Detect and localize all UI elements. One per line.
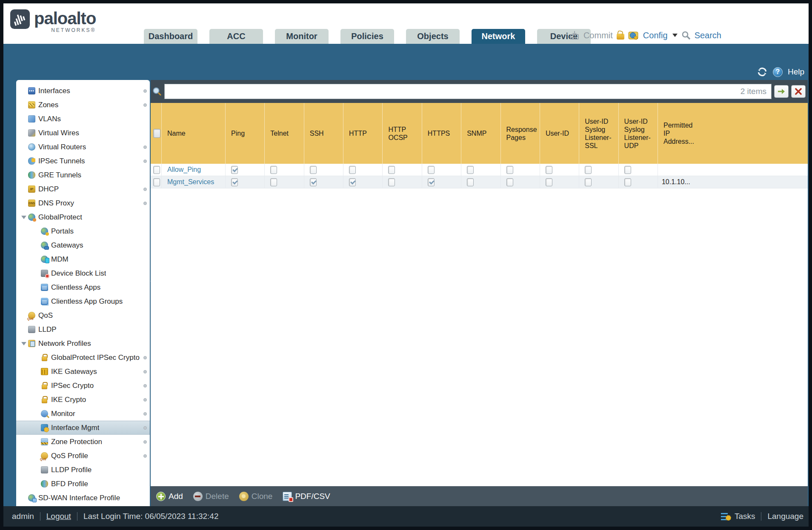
config-button[interactable]: Config bbox=[643, 31, 668, 40]
sidebar-item-ike-crypto[interactable]: IKE Crypto bbox=[16, 393, 150, 407]
commit-button[interactable]: Commit bbox=[583, 31, 613, 40]
sidebar-item-mdm[interactable]: MDM bbox=[16, 252, 150, 266]
sidebar-item-monitor[interactable]: Monitor bbox=[16, 407, 150, 421]
sidebar-item-sd-wan-interface-profile[interactable]: SD-WAN Interface Profile bbox=[16, 491, 150, 505]
column-header-user-id-syslog-listener-udp[interactable]: User-ID Syslog Listener-UDP bbox=[619, 103, 658, 164]
sidebar-item-gateways[interactable]: Gateways bbox=[16, 238, 150, 252]
sidebar-item-interface-mgmt[interactable]: Interface Mgmt bbox=[16, 421, 150, 435]
clear-filter-button[interactable] bbox=[791, 85, 806, 98]
unchecked-checkbox[interactable] bbox=[624, 178, 631, 186]
config-icon[interactable] bbox=[628, 30, 639, 40]
unchecked-checkbox[interactable] bbox=[310, 166, 317, 174]
tasks-button[interactable]: Tasks bbox=[735, 512, 755, 521]
checked-checkbox[interactable] bbox=[349, 178, 356, 186]
column-header-snmp[interactable]: SNMP bbox=[461, 103, 500, 164]
checked-checkbox[interactable] bbox=[428, 178, 435, 186]
unchecked-checkbox[interactable] bbox=[585, 178, 592, 186]
sidebar-item-gre-tunnels[interactable]: GRE Tunnels bbox=[16, 168, 150, 182]
sidebar-item-clientless-app-groups[interactable]: Clientless App Groups bbox=[16, 294, 150, 308]
unchecked-checkbox[interactable] bbox=[546, 178, 552, 186]
language-button[interactable]: Language bbox=[767, 512, 803, 521]
row-checkbox[interactable] bbox=[153, 178, 160, 186]
column-header-http[interactable]: HTTP bbox=[343, 103, 383, 164]
delete-button[interactable]: Delete bbox=[193, 492, 229, 501]
unchecked-checkbox[interactable] bbox=[349, 166, 356, 174]
sidebar-item-bfd-profile[interactable]: BFD Profile bbox=[16, 477, 150, 491]
sidebar-item-qos-profile[interactable]: QoS Profile bbox=[16, 449, 150, 463]
column-header-telnet[interactable]: Telnet bbox=[265, 103, 304, 164]
unchecked-checkbox[interactable] bbox=[428, 166, 435, 174]
unchecked-checkbox[interactable] bbox=[467, 178, 474, 186]
config-caret-icon[interactable] bbox=[672, 34, 678, 37]
row-name-link[interactable]: Mgmt_Services bbox=[167, 178, 214, 186]
column-header-permitted-ip-address-[interactable]: Permitted IP Address... bbox=[658, 103, 808, 164]
unchecked-checkbox[interactable] bbox=[585, 166, 592, 174]
tree-expand-caret[interactable] bbox=[20, 216, 28, 219]
tab-acc[interactable]: ACC bbox=[209, 29, 263, 44]
sidebar-item-portals[interactable]: Portals bbox=[16, 224, 150, 238]
unchecked-checkbox[interactable] bbox=[506, 166, 513, 174]
sidebar-item-globalprotect-ipsec-crypto[interactable]: GlobalProtect IPSec Crypto bbox=[16, 350, 150, 365]
column-header-response-pages[interactable]: Response Pages bbox=[501, 103, 540, 164]
pdf-csv-button[interactable]: PDF/CSV bbox=[283, 492, 330, 501]
add-button[interactable]: Add bbox=[156, 492, 183, 501]
lock-icon[interactable] bbox=[617, 34, 624, 40]
clone-button[interactable]: Clone bbox=[239, 492, 273, 501]
sidebar-item-dns-proxy[interactable]: DNS Proxy bbox=[16, 196, 150, 210]
sidebar-item-clientless-apps[interactable]: Clientless Apps bbox=[16, 280, 150, 294]
sidebar-item-interfaces[interactable]: Interfaces bbox=[16, 84, 150, 98]
unchecked-checkbox[interactable] bbox=[624, 166, 631, 174]
unchecked-checkbox[interactable] bbox=[506, 178, 513, 186]
tab-monitor[interactable]: Monitor bbox=[275, 29, 329, 44]
refresh-icon[interactable] bbox=[757, 66, 768, 77]
commit-icon[interactable] bbox=[569, 30, 580, 40]
tasks-icon[interactable] bbox=[721, 512, 731, 521]
tab-objects[interactable]: Objects bbox=[406, 29, 460, 44]
sidebar-item-network-profiles[interactable]: Network Profiles bbox=[16, 336, 150, 350]
tab-dashboard[interactable]: Dashboard bbox=[144, 29, 197, 44]
unchecked-checkbox[interactable] bbox=[270, 166, 277, 174]
sidebar-item-ike-gateways[interactable]: IKE Gateways bbox=[16, 365, 150, 379]
sidebar-item-lldp[interactable]: LLDP bbox=[16, 322, 150, 336]
checked-checkbox[interactable] bbox=[231, 178, 238, 186]
search-button[interactable]: Search bbox=[695, 31, 721, 40]
checked-checkbox[interactable] bbox=[310, 178, 317, 186]
help-button[interactable]: Help bbox=[788, 67, 804, 77]
search-icon[interactable] bbox=[681, 31, 691, 40]
row-name-link[interactable]: Allow_Ping bbox=[167, 166, 201, 174]
tree-expand-caret[interactable] bbox=[20, 342, 28, 345]
unchecked-checkbox[interactable] bbox=[270, 178, 277, 186]
column-header-ssh[interactable]: SSH bbox=[304, 103, 343, 164]
column-header-user-id-syslog-listener-ssl[interactable]: User-ID Syslog Listener-SSL bbox=[579, 103, 618, 164]
sidebar-item-qos[interactable]: QoS bbox=[16, 308, 150, 322]
tab-policies[interactable]: Policies bbox=[340, 29, 394, 44]
row-checkbox[interactable] bbox=[153, 166, 160, 174]
column-header-name[interactable]: Name bbox=[162, 103, 226, 164]
unchecked-checkbox[interactable] bbox=[546, 166, 552, 174]
select-all-checkbox[interactable] bbox=[153, 129, 160, 138]
sidebar-item-zones[interactable]: Zones bbox=[16, 98, 150, 112]
sidebar-item-ipsec-tunnels[interactable]: IPSec Tunnels bbox=[16, 154, 150, 168]
sidebar-item-device-block-list[interactable]: Device Block List bbox=[16, 266, 150, 280]
unchecked-checkbox[interactable] bbox=[388, 166, 395, 174]
sidebar-item-lldp-profile[interactable]: LLDP Profile bbox=[16, 463, 150, 477]
column-header-ping[interactable]: Ping bbox=[226, 103, 265, 164]
sidebar-item-globalprotect[interactable]: GlobalProtect bbox=[16, 210, 150, 224]
sidebar-item-zone-protection[interactable]: Zone Protection bbox=[16, 435, 150, 449]
unchecked-checkbox[interactable] bbox=[467, 166, 474, 174]
logout-link[interactable]: Logout bbox=[46, 512, 71, 521]
filter-input[interactable] bbox=[164, 84, 772, 99]
sidebar-item-vlans[interactable]: VLANs bbox=[16, 112, 150, 126]
column-header-user-id[interactable]: User-ID bbox=[540, 103, 579, 164]
unchecked-checkbox[interactable] bbox=[388, 178, 395, 186]
sidebar-item-ipsec-crypto[interactable]: IPSec Crypto bbox=[16, 379, 150, 393]
column-header-https[interactable]: HTTPS bbox=[422, 103, 461, 164]
help-icon[interactable] bbox=[773, 67, 783, 77]
apply-filter-button[interactable] bbox=[774, 85, 789, 98]
sidebar-item-dhcp[interactable]: DHCP bbox=[16, 182, 150, 196]
checked-checkbox[interactable] bbox=[231, 166, 238, 174]
tab-network[interactable]: Network bbox=[472, 29, 525, 44]
sidebar-item-virtual-wires[interactable]: Virtual Wires bbox=[16, 126, 150, 140]
column-header-http-ocsp[interactable]: HTTP OCSP bbox=[383, 103, 422, 164]
sidebar-item-virtual-routers[interactable]: Virtual Routers bbox=[16, 140, 150, 154]
